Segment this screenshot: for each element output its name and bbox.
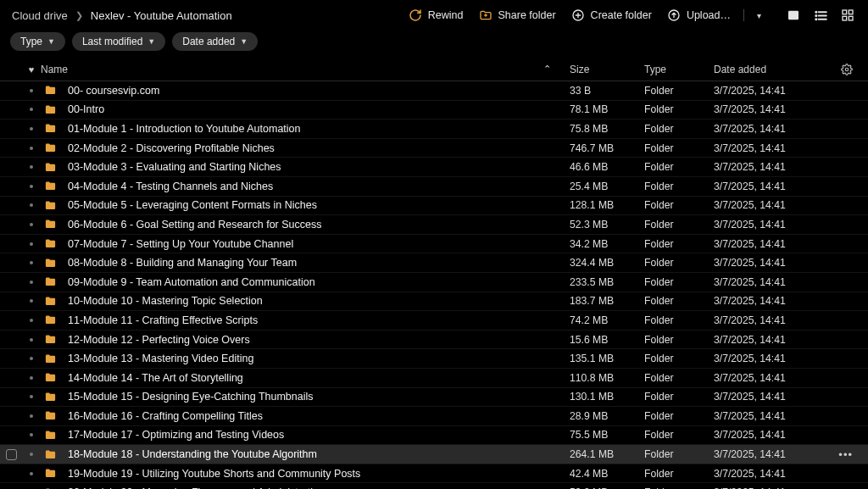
- row-checkbox[interactable]: [6, 449, 17, 460]
- gallery-view-icon[interactable]: [785, 7, 802, 24]
- grid-view-icon[interactable]: [839, 7, 856, 24]
- upload-button[interactable]: Upload… ▾: [667, 8, 761, 22]
- favorite-dot[interactable]: [30, 281, 33, 284]
- create-folder-button[interactable]: Create folder: [571, 8, 652, 22]
- table-row[interactable]: 17-Module 17 - Optimizing and Testing Vi…: [0, 426, 868, 446]
- row-date: 3/7/2025, 14:41: [714, 199, 839, 211]
- table-row[interactable]: 07-Module 7 - Setting Up Your Youtube Ch…: [0, 235, 868, 254]
- favorite-dot[interactable]: [30, 376, 33, 380]
- folder-icon: [41, 467, 59, 480]
- favorite-dot[interactable]: [30, 223, 33, 226]
- table-row[interactable]: 04-Module 4 - Testing Channels and Niche…: [0, 177, 868, 197]
- gear-icon: [841, 64, 853, 75]
- table-row[interactable]: 13-Module 13 - Mastering Video Editing13…: [0, 349, 868, 369]
- table-row[interactable]: 02-Module 2 - Discovering Profitable Nic…: [0, 139, 868, 158]
- table-row[interactable]: 11-Module 11 - Crafting Effective Script…: [0, 311, 868, 331]
- row-size: 25.4 MB: [570, 181, 644, 192]
- rewind-button[interactable]: Rewind: [409, 8, 464, 22]
- row-name: 16-Module 16 - Crafting Compelling Title…: [68, 410, 263, 422]
- row-type: Folder: [644, 334, 714, 346]
- row-date: 3/7/2025, 14:41: [714, 372, 839, 384]
- rewind-icon: [409, 8, 422, 22]
- table-row[interactable]: 08-Module 8 - Building and Managing Your…: [0, 253, 868, 273]
- favorite-dot[interactable]: [30, 185, 33, 188]
- upload-icon: [667, 8, 681, 22]
- favorite-dot[interactable]: [30, 414, 33, 418]
- svg-point-8: [815, 19, 816, 19]
- chevron-down-icon[interactable]: ▾: [757, 11, 761, 20]
- table-row[interactable]: 20-Module 20 - Managing Finances and Adm…: [0, 483, 868, 489]
- filter-last-modified-chip[interactable]: Last modified ▼: [72, 32, 165, 51]
- size-column-header[interactable]: Size: [570, 64, 644, 75]
- favorite-dot[interactable]: [30, 203, 33, 207]
- more-icon[interactable]: •••: [838, 449, 853, 460]
- filter-row: Type ▼ Last modified ▼ Date added ▼: [0, 31, 868, 58]
- favorite-dot[interactable]: [30, 147, 33, 150]
- favorite-column[interactable]: ♥: [22, 64, 41, 75]
- row-type: Folder: [644, 257, 714, 269]
- row-date: 3/7/2025, 14:41: [714, 103, 839, 115]
- row-size: 130.1 MB: [570, 391, 644, 403]
- table-row[interactable]: 00-Intro78.1 MBFolder3/7/2025, 14:41: [0, 101, 868, 120]
- list-view-icon[interactable]: [812, 7, 829, 24]
- upload-label: Upload…: [687, 9, 731, 21]
- favorite-dot[interactable]: [30, 319, 33, 322]
- favorite-dot[interactable]: [30, 357, 33, 360]
- row-name: 10-Module 10 - Mastering Topic Selection: [68, 295, 263, 307]
- table-row[interactable]: 18-Module 18 - Understanding the Youtube…: [0, 445, 868, 464]
- table-row[interactable]: 15-Module 15 - Designing Eye-Catching Th…: [0, 388, 868, 408]
- filter-type-chip[interactable]: Type ▼: [10, 32, 65, 51]
- type-column-header[interactable]: Type: [644, 64, 714, 75]
- table-row[interactable]: 00- coursesvip.com33 BFolder3/7/2025, 14…: [0, 81, 868, 101]
- row-name: 07-Module 7 - Setting Up Your Youtube Ch…: [68, 238, 293, 250]
- filter-date-added-chip[interactable]: Date added ▼: [172, 32, 258, 51]
- table-row[interactable]: 05-Module 5 - Leveraging Content Formats…: [0, 197, 868, 216]
- favorite-dot[interactable]: [30, 453, 33, 456]
- table-row[interactable]: 16-Module 16 - Crafting Compelling Title…: [0, 407, 868, 426]
- table-row[interactable]: 03-Module 3 - Evaluating and Starting Ni…: [0, 158, 868, 177]
- table-row[interactable]: 06-Module 6 - Goal Setting and Research …: [0, 215, 868, 235]
- favorite-dot[interactable]: [30, 242, 33, 246]
- upload-divider: [743, 9, 744, 21]
- folder-icon: [41, 218, 59, 231]
- table-row[interactable]: 12-Module 12 - Perfecting Voice Overs15.…: [0, 331, 868, 350]
- favorite-dot[interactable]: [30, 108, 33, 111]
- row-name: 05-Module 5 - Leveraging Content Formats…: [68, 199, 317, 211]
- name-column-header[interactable]: Name ⌃: [41, 64, 570, 75]
- favorite-dot[interactable]: [30, 472, 33, 475]
- breadcrumb-root[interactable]: Cloud drive: [12, 9, 68, 22]
- favorite-dot[interactable]: [30, 299, 33, 303]
- favorite-dot[interactable]: [30, 433, 33, 436]
- view-toggle-group: [785, 7, 856, 24]
- table-row[interactable]: 09-Module 9 - Team Automation and Commun…: [0, 273, 868, 292]
- folder-icon: [41, 237, 59, 250]
- folder-icon: [41, 409, 59, 422]
- favorite-dot[interactable]: [30, 165, 33, 169]
- favorite-dot[interactable]: [30, 395, 33, 398]
- top-actions: Rewind Share folder Create folder Upload…: [409, 7, 856, 24]
- settings-column[interactable]: [839, 64, 853, 75]
- chevron-down-icon: ▼: [47, 37, 55, 46]
- row-size: 233.5 MB: [570, 276, 644, 288]
- row-date: 3/7/2025, 14:41: [714, 334, 839, 346]
- table-row[interactable]: 10-Module 10 - Mastering Topic Selection…: [0, 292, 868, 312]
- chevron-down-icon: ▼: [147, 37, 155, 46]
- row-date: 3/7/2025, 14:41: [714, 429, 839, 441]
- sort-ascending-icon: ⌃: [543, 64, 551, 75]
- date-column-header[interactable]: Date added: [714, 64, 839, 75]
- favorite-dot[interactable]: [30, 338, 33, 342]
- share-folder-button[interactable]: Share folder: [479, 8, 556, 22]
- table-row[interactable]: 01-Module 1 - Introduction to Youtube Au…: [0, 119, 868, 139]
- row-type: Folder: [644, 353, 714, 364]
- row-size: 75.8 MB: [570, 123, 644, 135]
- breadcrumb-current[interactable]: Nexlev - Youtube Automation: [91, 9, 232, 22]
- folder-icon: [41, 142, 59, 154]
- table-row[interactable]: 19-Module 19 - Utilizing Youtube Shorts …: [0, 464, 868, 484]
- row-name: 11-Module 11 - Crafting Effective Script…: [68, 314, 258, 326]
- table-row[interactable]: 14-Module 14 - The Art of Storytelling11…: [0, 369, 868, 388]
- favorite-dot[interactable]: [30, 261, 33, 264]
- row-type: Folder: [644, 372, 714, 384]
- favorite-dot[interactable]: [30, 89, 33, 92]
- row-type: Folder: [644, 103, 714, 115]
- favorite-dot[interactable]: [30, 127, 33, 131]
